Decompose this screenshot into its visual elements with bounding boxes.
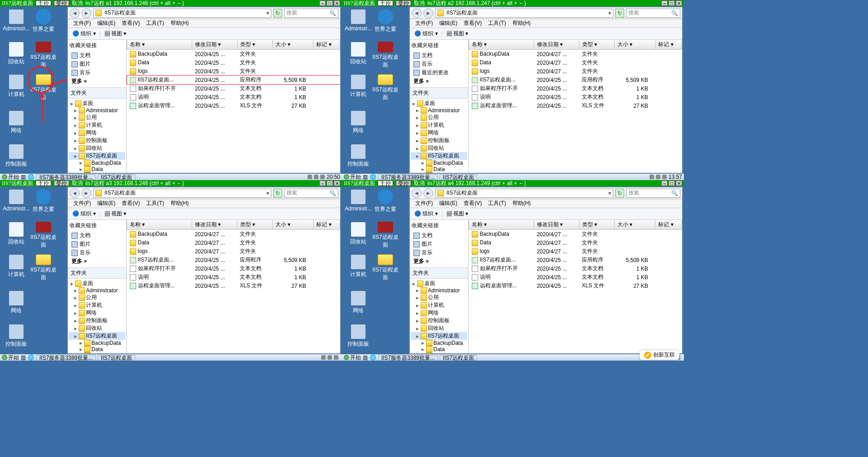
column-header[interactable]: 修改日期 ▾ (534, 40, 579, 50)
tree-twisty-icon[interactable]: ▸ (415, 333, 420, 339)
tree-twisty-icon[interactable]: ▸ (421, 160, 425, 166)
desktop-icon-computer[interactable]: 计算机 (3, 74, 30, 101)
tree-title[interactable]: 文件夹 (410, 87, 468, 99)
tree-twisty-icon[interactable]: ▸ (73, 310, 78, 316)
minimize-icon[interactable]: ‒ (319, 0, 326, 6)
desktop-icon-network[interactable]: 网络 (3, 290, 30, 318)
host-control-button[interactable]: 主控 (378, 181, 393, 186)
column-header[interactable]: 大小 ▾ (273, 40, 313, 50)
address-bar[interactable]: IIS7远程桌面 ▾ (93, 9, 271, 18)
favorite-link[interactable]: 图片 (70, 60, 124, 68)
tree-twisty-icon[interactable]: ▸ (415, 302, 420, 309)
organize-button[interactable]: 🔵 组织 ▾ (414, 210, 438, 218)
desktop-icon-ctrl[interactable]: 控制面板 (345, 324, 372, 351)
desktop-icon-admin[interactable]: Administr... (3, 9, 30, 36)
column-header[interactable]: 名称 ▾ (127, 40, 192, 50)
tree-node[interactable]: ▸logs (411, 172, 467, 173)
tray-icon[interactable] (662, 175, 667, 179)
file-row[interactable]: 远程桌面管理... 2020/4/25 ... XLS 文件 27 KB (127, 101, 340, 110)
tree-node[interactable]: ▸Data (411, 346, 467, 352)
maximize-icon[interactable]: □ (669, 181, 675, 186)
file-row[interactable]: 如果程序打不开 2020/4/25 ... 文本文档 1 KB (127, 264, 340, 273)
file-row[interactable]: Data 2020/4/27 ... 文件夹 (127, 238, 340, 247)
start-button[interactable]: 开始 (2, 354, 19, 361)
tree-node[interactable]: ▸IIS7远程桌面 (69, 152, 125, 160)
quicklaunch-icon[interactable]: ▥ (21, 354, 26, 361)
column-header[interactable]: 名称 ▾ (469, 40, 534, 50)
file-row[interactable]: BackupData 2020/4/27 ... 文件夹 (469, 230, 682, 239)
tree-twisty-icon[interactable]: ▸ (73, 325, 78, 332)
favorite-link[interactable]: 图片 (412, 240, 466, 248)
taskbar-task[interactable]: IIS7远程桌面 (98, 174, 135, 180)
column-header[interactable]: 大小 ▾ (615, 40, 655, 50)
file-row[interactable]: 远程桌面管理... 2020/4/25 ... XLS 文件 27 KB (127, 281, 340, 290)
search-input[interactable]: 搜索 🔍 (284, 189, 338, 198)
tree-twisty-icon[interactable]: ▸ (73, 107, 78, 114)
view-button[interactable]: ▦ 视图 ▾ (104, 30, 127, 38)
tree-twisty-icon[interactable]: ▸ (421, 346, 425, 352)
address-bar[interactable]: IIS7远程桌面 ▾ (93, 189, 271, 198)
file-row[interactable]: IIS7远程桌面... 2020/4/25 ... 应用程序 5,509 KB (469, 76, 682, 84)
nav-back-button[interactable]: ◄ (412, 188, 422, 198)
quicklaunch-icon[interactable]: ▥ (363, 174, 368, 180)
quicklaunch-icon[interactable]: 🌐 (370, 354, 376, 361)
tree-twisty-icon[interactable]: ▸ (415, 318, 420, 324)
tree-twisty-icon[interactable]: ▸ (70, 281, 74, 287)
column-header[interactable]: 标记 ▾ (655, 220, 682, 230)
desktop-icon-rar[interactable]: IIS7远程桌面 (372, 222, 399, 249)
tree-node[interactable]: ▸桌面 (411, 100, 467, 107)
quicklaunch-icon[interactable]: 🌐 (28, 174, 34, 180)
tree-node[interactable]: ▸Data (69, 346, 125, 352)
desktop-icon-rar[interactable]: IIS7远程桌面 (30, 42, 57, 69)
tree-twisty-icon[interactable]: ▸ (73, 145, 78, 152)
tree-node[interactable]: ▸IIS7远程桌面 (411, 152, 467, 160)
taskbar-task[interactable]: IIS7服务器3389批量... (378, 174, 438, 180)
dropdown-icon[interactable]: ▾ (608, 10, 611, 16)
organize-button[interactable]: 🔵 组织 ▾ (72, 210, 96, 218)
desktop-icon-rar[interactable]: IIS7远程桌面 (30, 222, 57, 249)
menu-item[interactable]: 工具(T) (143, 200, 166, 207)
favorites-more[interactable]: 更多 » (412, 257, 466, 266)
minimize-icon[interactable]: ‒ (319, 181, 326, 186)
tree-twisty-icon[interactable]: ▸ (415, 145, 420, 152)
tree-node[interactable]: ▸桌面 (411, 280, 467, 287)
taskbar-task[interactable]: IIS7远程桌面 (98, 355, 135, 360)
tree-twisty-icon[interactable]: ▸ (415, 130, 420, 136)
column-header[interactable]: 名称 ▾ (469, 220, 534, 230)
desktop-icon-computer[interactable]: 计算机 (345, 74, 372, 101)
file-row[interactable]: 说明 2020/4/25 ... 文本文档 1 KB (127, 273, 340, 281)
desktop-icon-iis7folder[interactable]: IIS7远程桌面 (30, 74, 57, 101)
desktop-icon-admin[interactable]: Administr... (345, 189, 372, 216)
tree-node[interactable]: ▸公用 (411, 114, 467, 121)
search-input[interactable]: 搜索 🔍 (626, 189, 680, 198)
file-row[interactable]: 远程桌面管理... 2020/4/25 ... XLS 文件 27 KB (469, 101, 682, 110)
column-header[interactable]: 修改日期 ▾ (192, 40, 237, 50)
tree-node[interactable]: ▸Administrator (411, 287, 467, 294)
tree-node[interactable]: ▸桌面 (69, 100, 125, 107)
start-button[interactable]: 开始 (344, 354, 361, 361)
tray-icon[interactable] (321, 355, 326, 360)
menu-item[interactable]: 编辑(E) (95, 19, 118, 27)
favorite-link[interactable]: 音乐 (70, 248, 124, 257)
tree-twisty-icon[interactable]: ▸ (415, 153, 420, 159)
tree-twisty-icon[interactable]: ▸ (73, 130, 78, 136)
tree-node[interactable]: ▸网络 (411, 129, 467, 137)
tree-twisty-icon[interactable]: ▸ (415, 114, 420, 121)
refresh-button[interactable]: ↻ (615, 9, 624, 18)
address-bar[interactable]: IIS7远程桌面 ▾ (435, 189, 613, 198)
tree-twisty-icon[interactable]: ▸ (415, 310, 420, 316)
tree-node[interactable]: ▸IIS7远程桌面 (411, 332, 467, 340)
tree-node[interactable]: ▸回收站 (69, 324, 125, 332)
desktop-icon-admin[interactable]: Administr... (3, 189, 30, 216)
favorite-link[interactable]: 文档 (70, 51, 124, 60)
receive-control-button[interactable]: 受控 (54, 181, 69, 186)
menu-item[interactable]: 帮助(H) (510, 19, 534, 27)
quicklaunch-icon[interactable]: 🌐 (28, 354, 34, 361)
tree-twisty-icon[interactable]: ▸ (73, 114, 78, 121)
tree-node[interactable]: ▸Administrator (411, 107, 467, 114)
menu-item[interactable]: 帮助(H) (510, 200, 534, 207)
menu-item[interactable]: 文件(F) (71, 200, 94, 207)
host-control-button[interactable]: 主控 (36, 181, 51, 186)
dropdown-icon[interactable]: ▾ (266, 190, 269, 196)
tree-twisty-icon[interactable]: ▸ (421, 352, 425, 353)
